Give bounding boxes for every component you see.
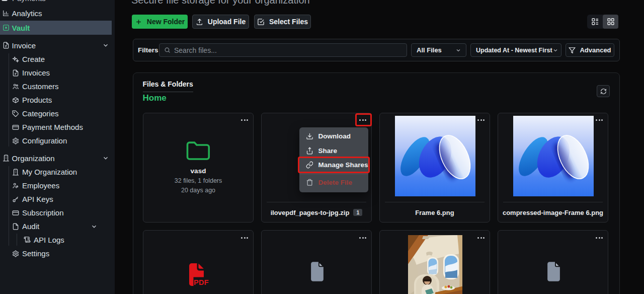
svg-text:PDF: PDF bbox=[194, 278, 209, 286]
